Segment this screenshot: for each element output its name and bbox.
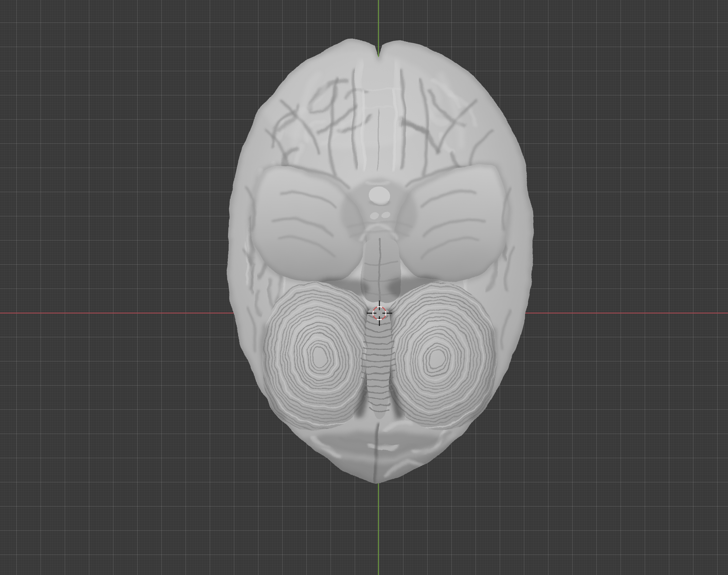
blender-3d-viewport[interactable]: { "viewport": { "label": "3d-viewport", …	[0, 0, 728, 575]
top-sheen	[260, 52, 441, 148]
viewport-scene[interactable]	[0, 0, 728, 575]
brain-model[interactable]	[227, 40, 534, 494]
